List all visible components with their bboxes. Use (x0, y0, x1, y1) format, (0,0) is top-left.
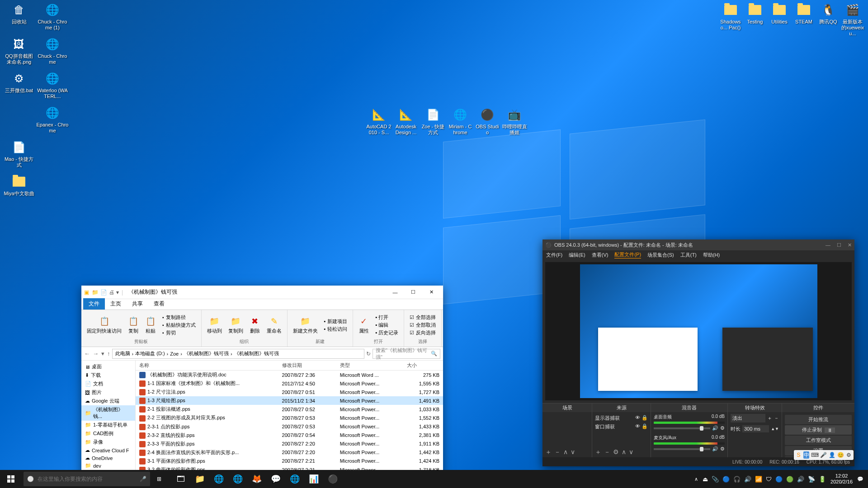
close-button[interactable]: ✕ (848, 242, 852, 248)
desktop-icon[interactable]: 📐AutoCAD 2010 - S... (366, 108, 392, 136)
file-row[interactable]: 1-2 尺寸注法.pps2007/8/27 0:51Microsoft Powe… (136, 388, 443, 396)
ribbon-button[interactable]: 📋粘贴 (143, 315, 158, 335)
minimize-button[interactable]: — (386, 286, 404, 299)
ribbon-button[interactable]: 📋复制 (126, 315, 141, 335)
desktop-icon[interactable]: 📐Autodesk Design ... (393, 108, 419, 136)
maximize-button[interactable]: ☐ (837, 242, 841, 248)
obs-menubar[interactable]: 文件(F)编辑(E)查看(V)配置文件(P)场景集合(S)工具(T)帮助(H) (542, 250, 854, 259)
nav-item[interactable]: 📁录像 (81, 438, 135, 446)
source-up-button[interactable]: ∧ (622, 448, 626, 456)
menu-item[interactable]: 场景集合(S) (647, 252, 674, 258)
ime-toolbar[interactable]: S中⌨🎤👤😊⚙ (794, 450, 854, 460)
desktop-icon[interactable]: Testing (743, 3, 767, 25)
obs-control-button[interactable]: 停止录制⏸ (785, 425, 852, 435)
taskbar-app[interactable]: 🦊 (248, 470, 266, 488)
qat-button[interactable]: 📁 (92, 289, 99, 296)
transition-select[interactable]: 淡出 (731, 414, 765, 422)
menu-item[interactable]: 文件(F) (546, 252, 562, 258)
menu-item[interactable]: 查看(V) (592, 252, 609, 258)
channel-settings-button[interactable]: ⚙ (720, 446, 725, 452)
add-source-button[interactable]: ＋ (595, 448, 601, 456)
column-header[interactable]: 类型 (336, 361, 403, 371)
ribbon-tab[interactable]: 查看 (148, 298, 170, 310)
minimize-button[interactable]: — (826, 242, 830, 248)
nav-item[interactable]: ☁Creative Cloud F (81, 446, 135, 454)
explorer-titlebar[interactable]: ▣ 📁📄🖨▾ | 《机械制图》钱可强 — ☐ ✕ (81, 286, 443, 299)
tray-icon[interactable]: 🔋 (819, 476, 826, 483)
search-input[interactable] (38, 476, 136, 482)
file-row[interactable]: 1-3 尺规绘图.pps2015/11/2 1:34Microsoft Powe… (136, 396, 443, 405)
mute-button[interactable]: 🔊 (712, 446, 718, 452)
ribbon-button[interactable]: ▪ 轻松访问 (322, 325, 349, 333)
taskbar-clock[interactable]: 12:02 2020/2/16 (830, 473, 853, 485)
breadcrumb-segment[interactable]: Zoe (170, 351, 179, 357)
tray-icon[interactable]: 📡 (808, 476, 815, 483)
ribbon-button[interactable]: ☑ 全部取消 (408, 321, 437, 329)
nav-item[interactable]: ☁Google 云端 (81, 397, 135, 405)
tray-icon[interactable]: 🔵 (722, 476, 730, 483)
ribbon-button[interactable]: ▪ 编辑 (374, 321, 401, 329)
file-list[interactable]: 名称修改日期类型大小 《机械制图》功能演示使用说明.doc2007/8/27 2… (136, 361, 443, 475)
ribbon-button[interactable]: ▪ 历史记录 (374, 329, 401, 337)
taskbar-app[interactable]: 🌐 (210, 470, 228, 488)
qat-button[interactable]: 📄 (100, 289, 107, 296)
menu-item[interactable]: 编辑(E) (569, 252, 585, 258)
ribbon-button[interactable]: ▪ 打开 (374, 314, 401, 321)
taskbar-app[interactable]: 💬 (267, 470, 285, 488)
taskbar-app[interactable]: ⚫ (324, 470, 342, 488)
desktop-icon[interactable]: ⚙三开微信.bat (3, 71, 35, 94)
taskbar-app[interactable]: 📁 (191, 470, 209, 488)
ribbon-button[interactable]: ✖删除 (248, 315, 262, 335)
desktop-icon[interactable]: 🖼QQ拼音截图未命名.png (3, 37, 35, 65)
mic-icon[interactable]: 🎤 (140, 476, 146, 482)
desktop-icon[interactable]: Shadowso... Pac() (719, 3, 742, 31)
new-folder-button[interactable]: 📁新建文件夹 (291, 315, 320, 335)
column-header[interactable]: 大小 (403, 361, 443, 371)
ribbon-button[interactable]: ☑ 全部选择 (408, 314, 437, 321)
breadcrumb-segment[interactable]: 《机械制图》钱可强 (234, 350, 279, 357)
qat-button[interactable]: ▾ (116, 289, 119, 296)
volume-slider[interactable] (654, 448, 710, 450)
tray-icon[interactable]: 📶 (755, 476, 762, 483)
ribbon-button[interactable]: 📁移动到 (205, 315, 224, 335)
up-button[interactable]: ↑ (107, 350, 110, 357)
tray-icon[interactable]: ⏏ (703, 476, 708, 483)
nav-item[interactable]: 📁dev (81, 462, 135, 469)
add-scene-button[interactable]: ＋ (545, 448, 552, 456)
ime-button[interactable]: ⌨ (811, 451, 818, 459)
tray-icon[interactable]: 🛡 (766, 476, 772, 483)
ribbon-button[interactable]: ▪粘贴快捷方式 (160, 321, 198, 329)
file-row[interactable]: 2-1 投影法概述.pps2007/8/27 0:52Microsoft Pow… (136, 405, 443, 413)
forward-button[interactable]: → (93, 350, 99, 357)
scene-down-button[interactable]: ∨ (571, 448, 575, 456)
start-button[interactable] (0, 470, 22, 488)
nav-pane[interactable]: 🖥桌面⬇下载📄文档🖼图片☁Google 云端📁《机械制图》钱...📁1-零基础手… (81, 361, 136, 475)
back-button[interactable]: ← (84, 350, 90, 357)
tray-expand-button[interactable]: ∧ (694, 476, 698, 482)
desktop-icon[interactable]: 🌐Chuck - Chrome (1) (36, 3, 69, 31)
volume-slider[interactable] (654, 427, 710, 429)
desktop-icon[interactable]: 📺哔哩哔哩直播姬 (502, 108, 527, 136)
refresh-button[interactable]: ↻ (366, 351, 371, 357)
channel-settings-button[interactable]: ⚙ (720, 425, 725, 431)
ime-button[interactable]: S (796, 451, 802, 459)
ime-button[interactable]: 😊 (837, 451, 844, 459)
tray-icon[interactable]: 🟢 (786, 476, 793, 483)
desktop-icon[interactable]: 🗑回收站 (3, 3, 35, 25)
remove-source-button[interactable]: － (604, 448, 610, 456)
desktop-icon[interactable]: 🌐Miriam - Chrome (448, 108, 473, 136)
nav-item[interactable]: 🖼图片 (81, 388, 135, 397)
obs-titlebar[interactable]: ⚫ OBS 24.0.3 (64-bit, windows) - 配置文件: 未… (542, 239, 854, 250)
column-header[interactable]: 名称 (136, 361, 278, 371)
desktop-icon[interactable]: 🌐Epanex - Chrome (36, 106, 69, 134)
ribbon-tab[interactable]: 主页 (105, 298, 127, 310)
nav-item[interactable]: 🖥桌面 (81, 362, 135, 371)
desktop-icon[interactable]: Utilities (768, 3, 791, 25)
desktop-icon[interactable]: 🌐Waterloo (WATERL... (36, 71, 69, 99)
ribbon-button[interactable]: ▪ 新建项目 (322, 318, 349, 325)
taskbar-app[interactable]: 🌐 (286, 470, 304, 488)
ribbon-button[interactable]: ✎重命名 (265, 315, 283, 335)
desktop-icon[interactable]: Miya中文歌曲 (3, 174, 35, 197)
taskbar-app[interactable]: 🌐 (229, 470, 247, 488)
file-row[interactable]: 2-3-2 直线的投影.pps2007/8/27 0:54Microsoft P… (136, 431, 443, 440)
